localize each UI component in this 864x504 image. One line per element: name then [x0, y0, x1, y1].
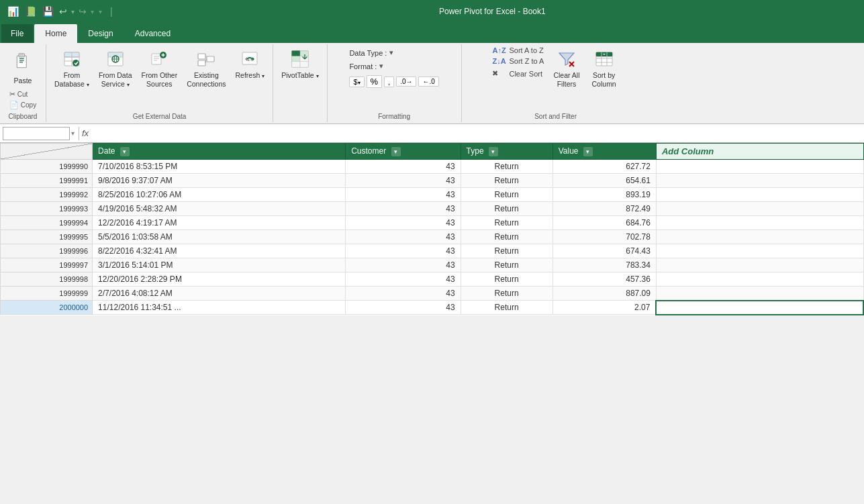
name-box-dropdown-icon[interactable]: ▾ [71, 130, 75, 137]
sort-a-z-button[interactable]: A↑Z Sort A to Z [491, 46, 545, 55]
type-cell[interactable]: Return [461, 230, 553, 244]
add-col-cell[interactable] [656, 174, 863, 188]
add-col-cell[interactable] [656, 272, 863, 287]
pivot-table-button[interactable]: PivotTable ▾ [277, 46, 322, 83]
increase-decimal-button[interactable]: .0→ [396, 77, 416, 87]
customer-cell[interactable]: 43 [346, 230, 461, 244]
customer-cell[interactable]: 43 [346, 287, 461, 301]
type-cell[interactable]: Return [461, 160, 553, 174]
customer-cell[interactable]: 43 [346, 202, 461, 216]
type-column-header[interactable]: Type ▾ [461, 144, 553, 160]
name-box[interactable] [3, 127, 70, 140]
date-cell[interactable]: 5/5/2016 1:03:58 AM [93, 230, 346, 244]
add-col-cell[interactable] [656, 202, 863, 216]
value-cell[interactable]: 893.19 [553, 188, 656, 202]
percent-button[interactable]: % [367, 75, 383, 88]
add-col-cell[interactable] [656, 244, 863, 258]
value-cell[interactable]: 783.34 [553, 258, 656, 272]
customer-cell[interactable]: 43 [346, 301, 461, 315]
date-cell[interactable]: 7/10/2016 8:53:15 PM [93, 160, 346, 174]
formula-input[interactable] [93, 127, 861, 140]
tab-design[interactable]: Design [77, 24, 124, 43]
add-col-cell[interactable] [656, 301, 863, 315]
add-col-cell[interactable] [656, 258, 863, 272]
date-cell[interactable]: 4/19/2016 5:48:32 AM [93, 202, 346, 216]
add-col-cell[interactable] [656, 160, 863, 174]
redo-dropdown-icon[interactable]: ▾ [91, 8, 94, 15]
add-col-cell[interactable] [656, 230, 863, 244]
from-database-button[interactable]: FromDatabase ▾ [50, 46, 93, 91]
paste-button[interactable]: Paste [4, 46, 42, 87]
value-cell[interactable]: 684.76 [553, 216, 656, 230]
value-cell[interactable]: 674.43 [553, 244, 656, 258]
customize-icon[interactable]: ▾ [99, 8, 102, 15]
format-dropdown[interactable]: ▾ [379, 62, 383, 70]
clear-all-filters-button[interactable]: Clear AllFilters [549, 46, 583, 91]
decrease-decimal-button[interactable]: ←.0 [418, 77, 438, 87]
currency-button[interactable]: $▾ [349, 77, 364, 87]
add-column-header[interactable]: Add Column [656, 144, 863, 160]
formula-bar: ▾ fx [0, 124, 864, 143]
type-cell[interactable]: Return [461, 272, 553, 287]
comma-button[interactable]: , [384, 77, 394, 87]
value-cell[interactable]: 887.09 [553, 287, 656, 301]
row-id-cell: 1999993 [1, 202, 93, 216]
sort-z-a-button[interactable]: Z↓A Sort Z to A [491, 56, 545, 66]
value-filter-arrow[interactable]: ▾ [583, 147, 593, 156]
refresh-button[interactable]: Refresh ▾ [232, 46, 269, 83]
type-cell[interactable]: Return [461, 174, 553, 188]
date-column-header[interactable]: Date ▾ [93, 144, 346, 160]
date-cell[interactable]: 12/2/2016 4:19:17 AM [93, 216, 346, 230]
customer-cell[interactable]: 43 [346, 258, 461, 272]
value-cell[interactable]: 872.49 [553, 202, 656, 216]
type-filter-arrow[interactable]: ▾ [489, 147, 498, 156]
value-cell[interactable]: 702.78 [553, 230, 656, 244]
sort-by-column-button[interactable]: Sort byColumn [588, 46, 620, 91]
date-filter-arrow[interactable]: ▾ [120, 147, 130, 156]
redo-icon[interactable]: ↪ [79, 6, 87, 17]
add-col-cell[interactable] [656, 287, 863, 301]
customer-column-header[interactable]: Customer ▾ [346, 144, 461, 160]
value-cell[interactable]: 2.07 [553, 301, 656, 315]
from-other-sources-button[interactable]: From OtherSources [137, 46, 181, 91]
customer-filter-arrow[interactable]: ▾ [391, 147, 401, 156]
value-cell[interactable]: 457.36 [553, 272, 656, 287]
value-cell[interactable]: 627.72 [553, 160, 656, 174]
type-cell[interactable]: Return [461, 188, 553, 202]
date-cell[interactable]: 9/8/2016 9:37:07 AM [93, 174, 346, 188]
copy-button[interactable]: 📄Copy [7, 100, 38, 110]
from-data-service-button[interactable]: From DataService ▾ [95, 46, 136, 91]
customer-cell[interactable]: 43 [346, 216, 461, 230]
value-column-header[interactable]: Value ▾ [553, 144, 656, 160]
tab-file[interactable]: File [1, 24, 33, 43]
type-cell[interactable]: Return [461, 287, 553, 301]
date-cell[interactable]: 8/22/2016 4:32:41 AM [93, 244, 346, 258]
type-cell[interactable]: Return [461, 301, 553, 315]
data-type-dropdown[interactable]: ▾ [389, 48, 393, 57]
type-cell[interactable]: Return [461, 258, 553, 272]
sort-filter-content: A↑Z Sort A to Z Z↓A Sort Z to A ✖ Clear … [491, 46, 620, 111]
add-col-cell[interactable] [656, 188, 863, 202]
undo-dropdown-icon[interactable]: ▾ [71, 8, 75, 15]
add-col-cell[interactable] [656, 216, 863, 230]
customer-cell[interactable]: 43 [346, 272, 461, 287]
date-cell[interactable]: 12/20/2016 2:28:29 PM [93, 272, 346, 287]
customer-cell[interactable]: 43 [346, 244, 461, 258]
customer-cell[interactable]: 43 [346, 160, 461, 174]
type-cell[interactable]: Return [461, 216, 553, 230]
date-cell[interactable]: 3/1/2016 5:14:01 PM [93, 258, 346, 272]
date-cell[interactable]: 11/12/2016 11:34:51 ... [93, 301, 346, 315]
tab-advanced[interactable]: Advanced [124, 24, 181, 43]
clear-sort-button[interactable]: ✖ Clear Sort [491, 68, 545, 79]
customer-cell[interactable]: 43 [346, 188, 461, 202]
cut-button[interactable]: ✂Cut [7, 89, 38, 99]
existing-connections-button[interactable]: ExistingConnections [183, 46, 230, 91]
tab-home[interactable]: Home [34, 24, 77, 43]
value-cell[interactable]: 654.61 [553, 174, 656, 188]
type-cell[interactable]: Return [461, 202, 553, 216]
date-cell[interactable]: 2/7/2016 4:08:12 AM [93, 287, 346, 301]
customer-cell[interactable]: 43 [346, 174, 461, 188]
type-cell[interactable]: Return [461, 244, 553, 258]
undo-icon[interactable]: ↩ [59, 6, 67, 17]
date-cell[interactable]: 8/25/2016 10:27:06 AM [93, 188, 346, 202]
